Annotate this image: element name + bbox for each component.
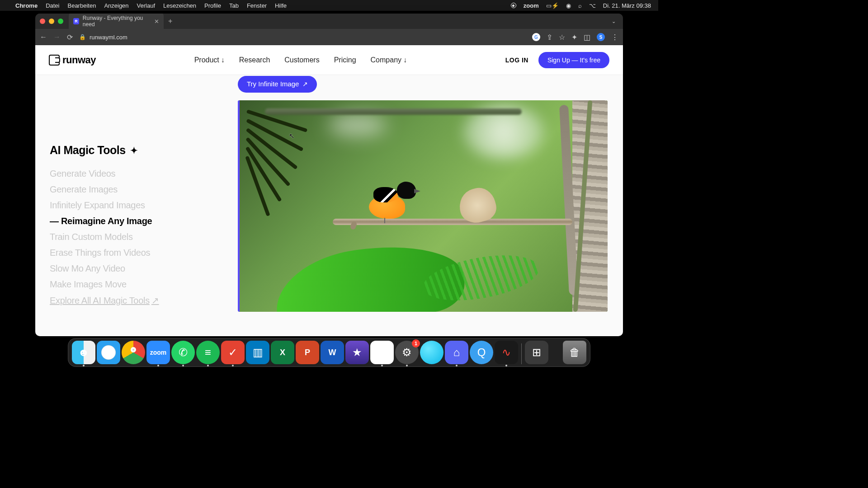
chrome-window: R Runway - Everything you need ✕ + ⌄ ← →… bbox=[35, 14, 623, 336]
try-infinite-image-button[interactable]: Try Infinite Image ↗ bbox=[238, 76, 317, 93]
sidepanel-icon[interactable]: ◫ bbox=[584, 33, 590, 42]
menu-verlauf[interactable]: Verlauf bbox=[137, 2, 155, 9]
dock-trash[interactable]: 🗑 bbox=[563, 341, 586, 364]
nav-forward-button[interactable]: → bbox=[53, 33, 61, 41]
extensions-icon[interactable]: ✦ bbox=[571, 33, 577, 42]
dock-calculator[interactable]: ⊞ bbox=[525, 341, 548, 364]
dock-safari[interactable] bbox=[97, 341, 120, 364]
tool-reimagine-image[interactable]: Reimagine Any Image bbox=[50, 216, 222, 226]
share-icon[interactable]: ⇪ bbox=[547, 33, 552, 42]
menu-anzeigen[interactable]: Anzeigen bbox=[104, 2, 128, 9]
bird-graphic bbox=[364, 181, 419, 221]
dock-google-drive[interactable]: ▲ bbox=[370, 341, 394, 364]
tool-train-models[interactable]: Train Custom Models bbox=[50, 232, 222, 242]
nav-product[interactable]: Product↓ bbox=[194, 56, 225, 64]
nav-back-button[interactable]: ← bbox=[40, 33, 47, 41]
macos-menubar: Chrome Datei Bearbeiten Anzeigen Verlauf… bbox=[0, 0, 658, 11]
record-indicator-icon[interactable] bbox=[511, 3, 516, 8]
explore-all-tools-link[interactable]: Explore All AI Magic Tools↗ bbox=[50, 295, 222, 306]
window-close-button[interactable] bbox=[40, 19, 45, 24]
dock-todoist[interactable]: ✓ bbox=[221, 341, 245, 364]
runway-logo[interactable]: runway bbox=[49, 54, 96, 66]
google-services-icon[interactable]: G bbox=[532, 33, 540, 41]
menu-tab[interactable]: Tab bbox=[229, 2, 239, 9]
tool-slow-mo[interactable]: Slow Mo Any Video bbox=[50, 263, 222, 274]
dock-powerpoint[interactable]: P bbox=[296, 341, 319, 364]
dock-spotify[interactable]: ≡ bbox=[196, 341, 220, 364]
dock-zoom[interactable]: zoom bbox=[146, 341, 170, 364]
spotlight-icon[interactable]: ⌕ bbox=[578, 2, 582, 9]
bookmark-star-icon[interactable]: ☆ bbox=[559, 33, 565, 42]
control-center-icon[interactable]: ⌥ bbox=[589, 2, 596, 9]
app-menu[interactable]: Chrome bbox=[15, 2, 38, 9]
dock-imovie[interactable]: ★ bbox=[345, 341, 369, 364]
nav-reload-button[interactable]: ⟳ bbox=[67, 33, 73, 42]
menu-lesezeichen[interactable]: Lesezeichen bbox=[163, 2, 196, 9]
sidebar-title: AI Magic Tools ✦ bbox=[50, 144, 222, 157]
chevron-down-icon: ↓ bbox=[221, 56, 225, 64]
dock-app-cyan[interactable] bbox=[420, 341, 443, 364]
hero-demo-image: ↖ bbox=[238, 100, 608, 312]
url-text: runwayml.com bbox=[90, 34, 127, 41]
nav-customers[interactable]: Customers bbox=[284, 56, 319, 64]
tool-generate-videos[interactable]: Generate Videos bbox=[50, 169, 222, 179]
dock-system-settings[interactable]: ⚙1 bbox=[395, 341, 419, 364]
dock-voice-memos[interactable]: ∿ bbox=[495, 341, 518, 364]
zoom-menubar-item[interactable]: zoom bbox=[524, 2, 539, 9]
dock-quicktime[interactable]: Q bbox=[470, 341, 493, 364]
main-content: Try Infinite Image ↗ AI Magic Tools ✦ Ge… bbox=[35, 75, 623, 336]
window-minimize-button[interactable] bbox=[49, 19, 54, 24]
magic-tools-sidebar: AI Magic Tools ✦ Generate Videos Generat… bbox=[50, 144, 222, 306]
signup-button[interactable]: Sign Up — It's free bbox=[538, 52, 609, 68]
external-arrow-icon: ↗ bbox=[151, 295, 159, 306]
address-bar: ← → ⟳ 🔒 runwayml.com G ⇪ ☆ ✦ ◫ S ⋮ bbox=[35, 29, 623, 45]
menu-profile[interactable]: Profile bbox=[204, 2, 221, 9]
nav-research[interactable]: Research bbox=[239, 56, 270, 64]
tab-search-icon[interactable]: ⌄ bbox=[612, 19, 616, 24]
dock-finder[interactable]: ☻ bbox=[72, 341, 95, 364]
settings-badge: 1 bbox=[412, 339, 420, 347]
dock-discord[interactable]: ⌂ bbox=[445, 341, 468, 364]
menu-hilfe[interactable]: Hilfe bbox=[275, 2, 287, 9]
tool-erase-videos[interactable]: Erase Things from Videos bbox=[50, 248, 222, 258]
tool-infinitely-expand[interactable]: Infinitely Expand Images bbox=[50, 200, 222, 211]
login-link[interactable]: LOG IN bbox=[505, 56, 528, 64]
dock-chrome[interactable] bbox=[122, 341, 145, 364]
primary-nav: Product↓ Research Customers Pricing Comp… bbox=[194, 56, 407, 64]
menu-fenster[interactable]: Fenster bbox=[247, 2, 267, 9]
menu-datei[interactable]: Datei bbox=[46, 2, 59, 9]
menu-bearbeiten[interactable]: Bearbeiten bbox=[67, 2, 96, 9]
browser-tab-active[interactable]: R Runway - Everything you need ✕ bbox=[69, 14, 164, 30]
chrome-menu-icon[interactable]: ⋮ bbox=[611, 33, 618, 42]
page-content: runway Product↓ Research Customers Prici… bbox=[35, 45, 623, 336]
menubar-datetime[interactable]: Di. 21. März 09:38 bbox=[603, 2, 651, 9]
site-header: runway Product↓ Research Customers Prici… bbox=[35, 45, 623, 75]
tab-bar: R Runway - Everything you need ✕ + ⌄ bbox=[35, 14, 623, 29]
tab-favicon-icon: R bbox=[73, 18, 79, 24]
url-field[interactable]: 🔒 runwayml.com bbox=[79, 34, 526, 41]
nav-company[interactable]: Company↓ bbox=[371, 56, 407, 64]
tab-close-icon[interactable]: ✕ bbox=[154, 18, 159, 25]
external-arrow-icon: ↗ bbox=[302, 80, 308, 88]
tool-images-move[interactable]: Make Images Move bbox=[50, 279, 222, 290]
nav-pricing[interactable]: Pricing bbox=[334, 56, 356, 64]
toolbar-right: G ⇪ ☆ ✦ ◫ S ⋮ bbox=[532, 33, 618, 42]
dock-word[interactable]: W bbox=[321, 341, 344, 364]
dock-whatsapp[interactable]: ✆ bbox=[171, 341, 195, 364]
new-tab-button[interactable]: + bbox=[168, 17, 172, 25]
header-actions: LOG IN Sign Up — It's free bbox=[505, 52, 609, 68]
cta-label: Try Infinite Image bbox=[247, 80, 299, 88]
dock-separator bbox=[521, 343, 522, 364]
runway-logo-mark-icon bbox=[49, 55, 60, 66]
wifi-icon[interactable]: ◉ bbox=[566, 2, 571, 9]
battery-icon[interactable]: ▭⚡ bbox=[546, 2, 559, 9]
tool-generate-images[interactable]: Generate Images bbox=[50, 184, 222, 195]
macos-dock: ☻ zoom ✆ ≡ ✓ ▥ X P W ★ ▲ ⚙1 ⌂ Q ∿ ⊞ 🗑 bbox=[68, 338, 590, 367]
window-zoom-button[interactable] bbox=[58, 19, 63, 24]
runway-logo-text: runway bbox=[62, 54, 96, 66]
lock-icon: 🔒 bbox=[79, 34, 86, 40]
dock-trello[interactable]: ▥ bbox=[246, 341, 269, 364]
dock-excel[interactable]: X bbox=[271, 341, 294, 364]
profile-avatar[interactable]: S bbox=[597, 33, 605, 41]
chevron-down-icon: ↓ bbox=[403, 56, 407, 64]
